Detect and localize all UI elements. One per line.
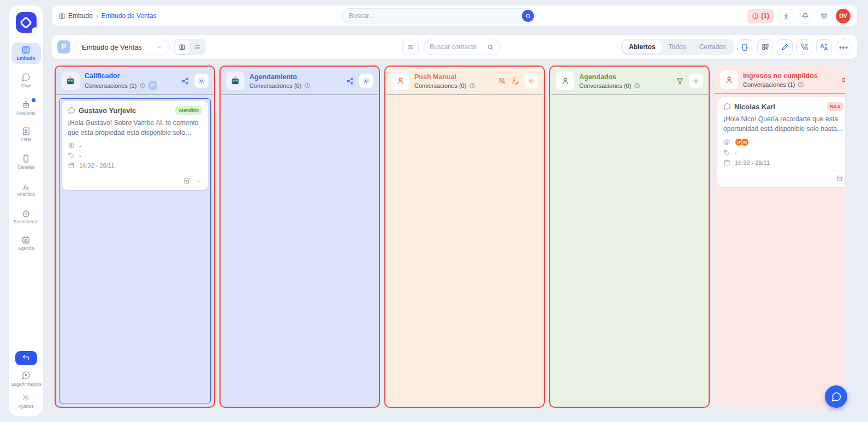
- tab-abiertos[interactable]: Abiertos: [623, 40, 662, 54]
- sidebar-item-analitica[interactable]: Analítica: [11, 179, 41, 200]
- mute-notifications-button[interactable]: [498, 77, 506, 85]
- gear-icon: [198, 77, 205, 85]
- column-agendados: Agendados Conversaciones (0): [549, 66, 710, 408]
- tab-todos[interactable]: Todos: [663, 40, 692, 54]
- workflow-button[interactable]: [346, 77, 354, 85]
- contact-name: Gustavo Yurjevic: [79, 106, 136, 115]
- whatsapp-icon: [68, 106, 75, 114]
- last-message: ¡Hola Nico! Quería recordarte que esta o…: [723, 115, 843, 134]
- info-icon[interactable]: [798, 81, 804, 88]
- transfer-users-button[interactable]: [816, 39, 832, 55]
- alerts-button[interactable]: (1): [747, 9, 774, 23]
- breadcrumb-current[interactable]: Embudo de Ventas: [101, 12, 156, 20]
- qr-code-button[interactable]: [757, 39, 773, 55]
- sidebar-item-agenda[interactable]: Agenda: [11, 233, 41, 254]
- archive-button[interactable]: [836, 175, 843, 182]
- breadcrumb-root[interactable]: Embudo: [58, 12, 93, 20]
- filters-button[interactable]: [402, 39, 419, 55]
- column-title: Push Manual: [414, 73, 475, 81]
- chat-widget-button[interactable]: [825, 385, 847, 408]
- lost-stage-button[interactable]: [841, 76, 845, 84]
- logo-expand-icon[interactable]: [32, 27, 39, 34]
- download-button[interactable]: [778, 9, 793, 23]
- column-count: Conversaciones (0): [579, 82, 631, 89]
- column-title: Ingresos no cumplidos: [743, 72, 818, 80]
- contact-name: Nicolas Karl: [734, 103, 775, 111]
- kanban-icon: [179, 44, 186, 51]
- basket-icon: [21, 209, 31, 218]
- workflow-button[interactable]: [181, 77, 189, 85]
- top-header: Embudo › Embudo de Ventas (1): [52, 5, 857, 26]
- notification-dot: [32, 98, 35, 102]
- screen-share-button[interactable]: [738, 39, 753, 55]
- edit-assignee-button[interactable]: [511, 77, 519, 85]
- contact-search-input[interactable]: [430, 43, 484, 51]
- robot-avatar: [61, 72, 80, 90]
- calendar-icon: [68, 162, 75, 169]
- column-settings-button[interactable]: [359, 74, 373, 88]
- gear-icon: [362, 77, 370, 85]
- transfer-users-icon: [820, 43, 828, 51]
- chat-bubble-icon: [831, 391, 842, 402]
- assistant-panda-button[interactable]: [817, 9, 831, 23]
- global-search-input[interactable]: [341, 8, 536, 23]
- info-icon[interactable]: [139, 82, 146, 89]
- breadcrumb: Embudo › Embudo de Ventas: [58, 12, 157, 20]
- assignee-icon: [723, 139, 730, 146]
- undo-arrow-icon: [22, 354, 30, 362]
- tab-cerrados[interactable]: Cerrados: [693, 40, 732, 54]
- edit-button[interactable]: [777, 39, 793, 55]
- alert-count: (1): [761, 12, 769, 20]
- info-icon[interactable]: [634, 82, 640, 89]
- sidebar-item-asistente[interactable]: Asistente: [11, 97, 41, 118]
- logo-diamond-icon: [19, 16, 32, 29]
- settings-button[interactable]: Ajustes: [19, 393, 34, 409]
- gear-icon: [692, 77, 700, 85]
- column-title: Calificador: [85, 72, 157, 80]
- pencil-icon: [781, 43, 789, 51]
- info-icon[interactable]: [304, 82, 311, 89]
- notifications-button[interactable]: [798, 9, 812, 23]
- assignee-avatars: JP A2: [735, 138, 749, 146]
- sidebar-item-chat[interactable]: Chat: [11, 70, 41, 91]
- sidebar-item-embudo[interactable]: Embudo: [11, 43, 41, 64]
- kanban-view-button[interactable]: [175, 40, 189, 54]
- incoming-call-button[interactable]: [796, 39, 812, 55]
- search-icon: [525, 13, 531, 19]
- archive-button[interactable]: [183, 177, 191, 185]
- column-settings-button[interactable]: [524, 74, 538, 88]
- suggest-improvement-button[interactable]: Sugerir mejora: [11, 371, 41, 387]
- tags-value: -: [79, 152, 81, 159]
- chevron-down-icon: [156, 44, 163, 50]
- download-icon: [782, 12, 790, 20]
- sidebar-item-ecommerce[interactable]: Ecommerce: [11, 206, 41, 227]
- collapse-sidebar-button[interactable]: [15, 351, 37, 365]
- person-avatar: [391, 72, 409, 90]
- feedback-bubble-icon: [21, 371, 31, 380]
- column-count: Conversaciones (0): [249, 82, 301, 89]
- contact-search: [424, 39, 500, 55]
- column-agendamiento: Agendamiento Conversaciones (0): [219, 66, 380, 408]
- conversation-card[interactable]: Nicolas Karl No a ¡Hola Nico! Quería rec…: [717, 97, 845, 187]
- sidebar-item-crm[interactable]: CRM: [11, 124, 41, 145]
- search-submit-button[interactable]: [522, 10, 534, 22]
- workflow-icon: [346, 77, 354, 85]
- list-view-button[interactable]: [191, 40, 205, 54]
- sidebar-item-canales[interactable]: Canales: [11, 151, 41, 173]
- column-count: Conversaciones (1): [85, 82, 136, 89]
- funnel-selector[interactable]: Embudo de Ventas: [75, 39, 170, 55]
- conversation-card[interactable]: Gustavo Yurjevic Atendido ¡Hola Gustavo!…: [62, 101, 208, 190]
- won-stage-button[interactable]: [676, 77, 684, 85]
- info-icon[interactable]: [469, 82, 475, 89]
- calendar-icon: [723, 159, 730, 166]
- tag-icon: [723, 149, 730, 156]
- user-avatar[interactable]: DV: [836, 9, 851, 23]
- status-badge: No a: [827, 102, 843, 111]
- expand-card-button[interactable]: [195, 178, 202, 185]
- column-settings-button[interactable]: [689, 74, 703, 88]
- bell-icon: [801, 12, 809, 20]
- more-options-button[interactable]: •••: [836, 39, 852, 55]
- status-filter-tabs: Abiertos Todos Cerrados: [621, 39, 734, 55]
- app-logo[interactable]: [16, 12, 37, 33]
- column-settings-button[interactable]: [194, 74, 209, 88]
